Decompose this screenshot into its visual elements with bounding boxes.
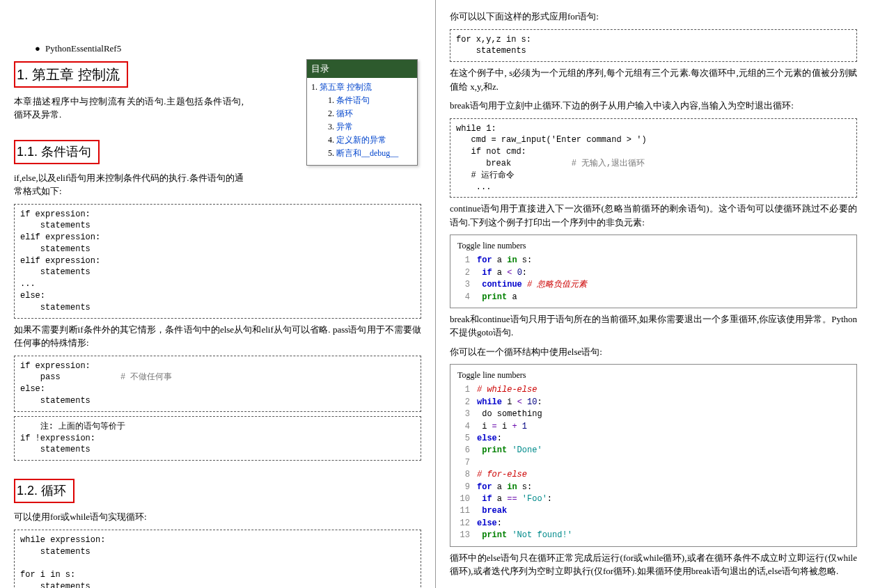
toc-box: 目录 1. 第五章 控制流 1. 条件语句 2. 循环 3. 异常 4. 定义新…: [306, 59, 418, 166]
intro-paragraph: 本章描述程序中与控制流有关的语句.主题包括条件语句,循环及异常.: [14, 95, 244, 122]
toc-item-loop[interactable]: 2. 循环: [328, 107, 413, 120]
code-equiv-block: 注: 上面的语句等价于 if !expression: statements: [14, 416, 421, 461]
toc-item-define-exception[interactable]: 4. 定义新的异常: [328, 134, 413, 147]
bullet-icon: ●: [35, 42, 40, 56]
code-line: 13 print 'Not found!': [455, 530, 852, 541]
code-line: 11 break: [455, 505, 852, 517]
code-line: 4 print a: [455, 292, 852, 303]
toc-item-conditional[interactable]: 1. 条件语句: [328, 94, 413, 107]
for-intro: 你可以以下面这样的形式应用for语句:: [450, 10, 857, 24]
comment-no-input: # 无输入,退出循环: [511, 159, 645, 168]
line-number: 12: [455, 518, 470, 530]
code-line: 2while i < 10:: [455, 397, 852, 408]
code-line: 1for a in s:: [455, 255, 852, 267]
code-line: 5else:: [455, 433, 852, 445]
loop-intro: 可以使用for或while语句实现循环:: [14, 510, 421, 524]
toc-title: 目录: [307, 60, 417, 78]
else-loop-paragraph: 你可以在一个循环结构中使用else语句:: [450, 345, 857, 359]
code-line: 10 if a == 'Foo':: [455, 493, 852, 505]
code-line: 12else:: [455, 518, 852, 530]
code-line: 1# while-else: [455, 384, 852, 396]
code-while-input: while 1: cmd = raw_input('Enter command …: [450, 118, 857, 198]
code-loop-block: while expression: statements for i in s:…: [14, 530, 421, 588]
line-number: 1: [455, 255, 470, 267]
code-line: 8# for-else: [455, 469, 852, 481]
line-number: 3: [455, 279, 470, 291]
line-number: 4: [455, 421, 470, 433]
toc-item-assert[interactable]: 5. 断言和__debug__: [328, 147, 413, 160]
code-pass-block: if expression: pass # 不做任何事 else: statem…: [14, 356, 421, 412]
line-number: 11: [455, 505, 470, 517]
line-number: 1: [455, 384, 470, 396]
code-line: 4 i = i + 1: [455, 421, 852, 433]
code-line: 9for a in s:: [455, 482, 852, 493]
comment-nothing: # 不做任何事: [61, 372, 173, 382]
code-line: 7: [455, 457, 852, 469]
toc-item-ch5[interactable]: 1. 第五章 控制流: [311, 81, 413, 94]
toc-body: 1. 第五章 控制流 1. 条件语句 2. 循环 3. 异常 4. 定义新的异常…: [307, 78, 417, 165]
line-number: 2: [455, 397, 470, 408]
toc-item-exception[interactable]: 3. 异常: [328, 120, 413, 134]
line-number: 7: [455, 457, 470, 469]
line-number: 13: [455, 530, 470, 541]
page-left: ● PythonEssentialRef5 目录 1. 第五章 控制流 1. 条…: [0, 0, 435, 588]
breadcrumb: ● PythonEssentialRef5: [35, 42, 421, 56]
continue-paragraph: continue语句用于直接进入下一次循环(忽略当前循环的剩余语句)。这个语句可…: [450, 202, 857, 229]
line-number: 3: [455, 408, 470, 420]
code-if-block: if expression: statements elif expressio…: [14, 204, 421, 319]
heading-loop: 1.2. 循环: [14, 479, 74, 503]
conditional-intro: if,else,以及elif语句用来控制条件代码的执行.条件语句的通常格式如下:: [14, 171, 244, 198]
heading-ch5: 1. 第五章 控制流: [14, 61, 128, 88]
code-line: 2 if a < 0:: [455, 267, 852, 279]
page-right: 你可以以下面这样的形式应用for语句: for x,y,z in s: stat…: [435, 0, 871, 588]
code-else-block: Toggle line numbers 1# while-else2while …: [450, 364, 857, 546]
code-line: 3 do something: [455, 408, 852, 420]
code-line: 3 continue # 忽略负值元素: [455, 279, 852, 291]
line-number: 8: [455, 469, 470, 481]
code-line: 6 print 'Done': [455, 445, 852, 456]
breadcrumb-text: PythonEssentialRef5: [45, 43, 121, 54]
break-continue-paragraph: break和continue语句只用于语句所在的当前循环,如果你需要退出一个多重…: [450, 312, 857, 340]
code-for-xyz: for x,y,z in s: statements: [450, 29, 857, 63]
toggle-line-numbers-2[interactable]: Toggle line numbers: [455, 367, 852, 383]
line-number: 2: [455, 267, 470, 279]
line-number: 6: [455, 445, 470, 456]
heading-conditional: 1.1. 条件语句: [14, 140, 100, 164]
line-number: 9: [455, 482, 470, 493]
tuple-paragraph: 在这个例子中, s必须为一个元组的序列,每个元组有三个元素.每次循环中,元组的三…: [450, 66, 857, 93]
code-continue-block: Toggle line numbers 1for a in s:2 if a <…: [450, 235, 857, 308]
final-else-paragraph: 循环中的else语句只在循环正常完成后运行(for或while循环),或者在循环…: [450, 551, 857, 578]
line-number: 10: [455, 493, 470, 505]
line-number: 4: [455, 292, 470, 303]
line-number: 5: [455, 433, 470, 445]
conditional-note: 如果不需要判断if条件外的其它情形，条件语句中的else从句和elif从句可以省…: [14, 323, 421, 350]
break-paragraph: break语句用于立刻中止循环.下边的例子从用户输入中读入内容,当输入为空时退出…: [450, 99, 857, 113]
toggle-line-numbers[interactable]: Toggle line numbers: [455, 238, 852, 253]
